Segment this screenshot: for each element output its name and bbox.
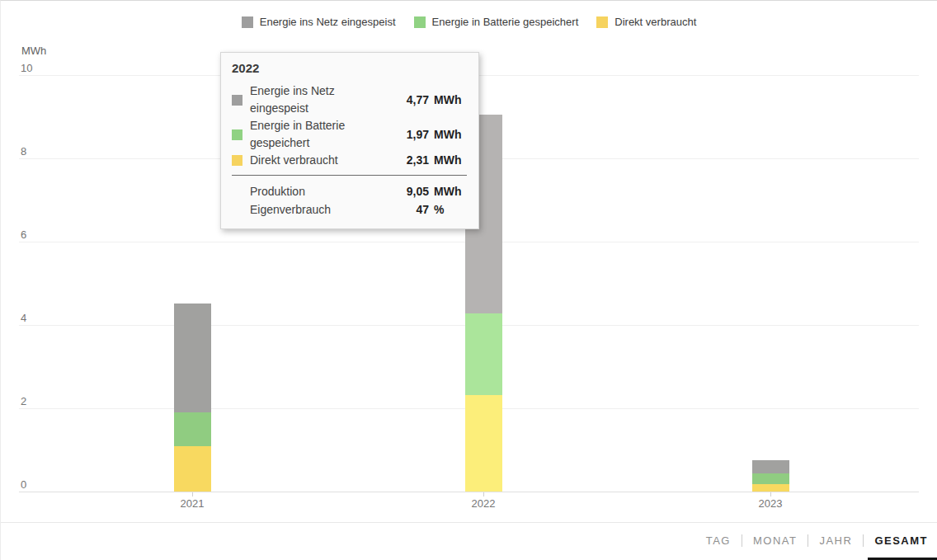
- tooltip-row-unit: MWh: [434, 92, 467, 109]
- tooltip-summary-value: 47: [393, 200, 429, 219]
- tooltip-swatch-icon: [232, 95, 242, 106]
- tooltip-summary-label: Eigenverbrauch: [250, 200, 393, 219]
- energy-production-chart-page: Energie ins Netz eingespeistEnergie in B…: [0, 0, 937, 560]
- tooltip-title: 2022: [232, 61, 467, 75]
- y-axis-tick-label: 4: [21, 312, 26, 324]
- legend-item-1[interactable]: Energie ins Netz eingespeist: [242, 16, 396, 28]
- tooltip-row-label: Energie ins Netz eingespeist: [250, 82, 393, 117]
- tab-tag[interactable]: TAG: [704, 534, 732, 547]
- legend-swatch-icon: [596, 16, 608, 28]
- bar-segment[interactable]: [174, 412, 211, 446]
- tooltip-row-value: 1,97: [393, 126, 429, 144]
- y-axis-tick-label: 6: [21, 228, 26, 241]
- bar-segment[interactable]: [465, 313, 502, 395]
- tooltip-summary-value: 9,05: [393, 182, 429, 200]
- legend-item-3[interactable]: Direkt verbraucht: [596, 16, 696, 28]
- x-axis-category-label: 2023: [746, 497, 795, 510]
- tooltip-divider: [232, 175, 467, 176]
- tooltip-summary-unit: %: [434, 200, 467, 219]
- legend-item-label: Direkt verbraucht: [614, 16, 696, 28]
- bar-segment[interactable]: [752, 484, 789, 492]
- tooltip-swatch-icon: [232, 155, 242, 166]
- x-axis-category-label: 2022: [459, 497, 508, 510]
- tab-separator: [863, 534, 864, 547]
- tooltip-summary-row: Eigenverbrauch47%: [232, 200, 467, 219]
- legend-item-label: Energie ins Netz eingespeist: [260, 16, 396, 28]
- y-axis-tick-label: 8: [21, 145, 26, 158]
- legend-item-2[interactable]: Energie in Batterie gespeichert: [414, 16, 579, 28]
- x-axis-tick: [192, 492, 193, 496]
- tooltip-swatch-icon: [232, 129, 242, 140]
- tooltip-summary-unit: MWh: [434, 182, 467, 200]
- tooltip-row-value: 4,77: [393, 92, 429, 109]
- legend-swatch-icon: [414, 16, 426, 28]
- y-axis-tick-label: 2: [21, 395, 26, 407]
- time-range-tabs: TAGMONATJAHRGESAMT: [704, 523, 930, 558]
- chart-tooltip: 2022 Energie ins Netz eingespeist4,77MWh…: [220, 52, 479, 229]
- x-axis-line: [19, 492, 919, 492]
- tooltip-series-rows: Energie ins Netz eingespeist4,77MWhEnerg…: [232, 82, 467, 169]
- tooltip-row: Energie in Batterie gespeichert1,97MWh: [232, 117, 467, 152]
- x-axis-tick: [483, 492, 484, 496]
- y-axis-unit-label: MWh: [21, 45, 46, 57]
- tooltip-row-value: 2,31: [393, 152, 429, 169]
- tab-separator: [808, 534, 808, 547]
- tooltip-row-label: Energie in Batterie gespeichert: [250, 117, 393, 152]
- tab-jahr[interactable]: JAHR: [817, 534, 854, 547]
- chart-legend: Energie ins Netz eingespeistEnergie in B…: [1, 16, 937, 28]
- tooltip-row-unit: MWh: [434, 126, 467, 144]
- tab-gesamt[interactable]: GESAMT: [873, 534, 930, 547]
- x-axis-tick: [770, 492, 771, 496]
- legend-swatch-icon: [242, 16, 253, 28]
- bar-segment[interactable]: [174, 304, 211, 412]
- legend-item-label: Energie in Batterie gespeichert: [432, 16, 579, 28]
- tooltip-summary-rows: Produktion9,05MWhEigenverbrauch47%: [232, 182, 467, 219]
- time-range-switcher: TAGMONATJAHRGESAMT: [1, 522, 937, 560]
- bar-segment[interactable]: [174, 446, 211, 492]
- tooltip-row: Energie ins Netz eingespeist4,77MWh: [232, 82, 467, 117]
- bar-segment[interactable]: [752, 473, 789, 484]
- tooltip-summary-label: Produktion: [250, 182, 393, 200]
- tooltip-summary-row: Produktion9,05MWh: [232, 182, 467, 200]
- bar-segment[interactable]: [752, 460, 789, 473]
- tooltip-row-label: Direkt verbraucht: [250, 152, 393, 169]
- y-axis-tick-label: 0: [21, 478, 26, 491]
- bar-segment[interactable]: [465, 395, 502, 492]
- tooltip-row-unit: MWh: [434, 152, 467, 169]
- tab-separator: [742, 534, 742, 547]
- tab-monat[interactable]: MONAT: [751, 534, 798, 547]
- x-axis-category-label: 2021: [167, 497, 217, 510]
- y-axis-tick-label: 10: [21, 62, 32, 74]
- tooltip-row: Direkt verbraucht2,31MWh: [232, 152, 467, 169]
